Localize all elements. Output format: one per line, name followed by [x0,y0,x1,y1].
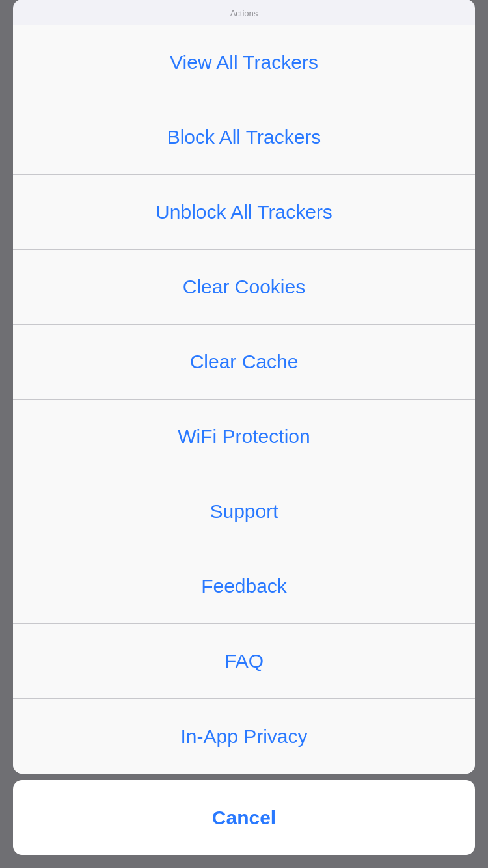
block-all-trackers-label: Block All Trackers [167,126,321,148]
feedback-button[interactable]: Feedback [13,549,475,624]
in-app-privacy-label: In-App Privacy [180,726,307,748]
cancel-label: Cancel [212,807,276,829]
block-all-trackers-button[interactable]: Block All Trackers [13,100,475,175]
action-sheet-container: Actions View All Trackers Block All Trac… [13,0,475,855]
action-sheet: Actions View All Trackers Block All Trac… [13,0,475,774]
in-app-privacy-button[interactable]: In-App Privacy [13,699,475,774]
sheet-title: Actions [13,0,475,25]
faq-label: FAQ [224,650,264,672]
support-button[interactable]: Support [13,474,475,549]
feedback-label: Feedback [201,575,287,597]
cancel-button[interactable]: Cancel [13,780,475,855]
clear-cache-button[interactable]: Clear Cache [13,325,475,400]
wifi-protection-label: WiFi Protection [178,426,310,448]
unblock-all-trackers-label: Unblock All Trackers [156,201,332,223]
unblock-all-trackers-button[interactable]: Unblock All Trackers [13,175,475,250]
clear-cache-label: Clear Cache [190,351,299,373]
view-all-trackers-label: View All Trackers [170,51,318,74]
support-label: Support [210,500,278,522]
clear-cookies-label: Clear Cookies [183,276,305,298]
view-all-trackers-button[interactable]: View All Trackers [13,25,475,100]
faq-button[interactable]: FAQ [13,624,475,699]
wifi-protection-button[interactable]: WiFi Protection [13,400,475,474]
clear-cookies-button[interactable]: Clear Cookies [13,250,475,325]
